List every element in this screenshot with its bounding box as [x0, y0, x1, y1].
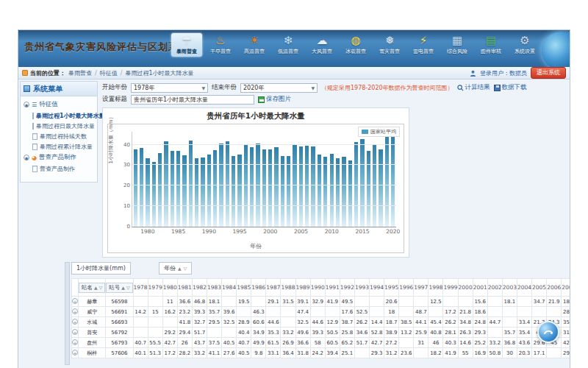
value-cell: 15	[148, 307, 162, 317]
census-product-group-icon: ◕	[32, 155, 37, 161]
sidebar-item-label: 暴雨过程累计降水量	[40, 143, 93, 151]
start-year-select[interactable]: 1978年 ▼	[131, 83, 208, 93]
toolbar-item-暴雨普查[interactable]: ☂暴雨普查	[171, 33, 202, 57]
toolbar-item-雷电普查[interactable]: ⚡雷电普查	[408, 33, 439, 57]
value-cell	[487, 328, 502, 338]
bar-1989	[201, 158, 204, 227]
bar-slot-2006	[304, 132, 310, 227]
table-header-expander	[72, 279, 79, 297]
value-cell: 41.1	[207, 348, 221, 358]
bar-1991	[213, 150, 217, 227]
y-tick-label: 20	[123, 183, 130, 188]
row-expander-icon[interactable]: +	[72, 339, 78, 345]
sidebar-item-暴雨过程日最大降水量[interactable]: 暴雨过程日最大降水量	[22, 121, 96, 131]
document-icon	[32, 144, 37, 150]
value-cell: 20.6	[384, 297, 399, 307]
tree-toggle-icon[interactable]: ◉	[24, 155, 29, 160]
sidebar-item-label: 暴雨过程日最大降水量	[36, 122, 95, 130]
value-cell	[207, 328, 221, 338]
bar-2018	[379, 149, 382, 227]
value-cell	[399, 338, 414, 348]
lightning-icon: ⚡	[420, 35, 428, 48]
row-expander-icon[interactable]: +	[72, 298, 78, 304]
sort-asc-icon: ▲	[121, 285, 125, 290]
calculate-result-link[interactable]: 计算结果	[457, 83, 490, 92]
value-cell	[414, 297, 429, 307]
row-expander-icon[interactable]: +	[72, 319, 78, 325]
value-cell: 40.1	[133, 348, 148, 358]
station-name-header-sort[interactable]: 站名▲▽	[79, 283, 105, 293]
document-icon	[32, 123, 34, 130]
year-column-header: 1996	[399, 279, 414, 297]
tree-toggle-icon[interactable]: ◉	[24, 102, 29, 107]
row-expander-icon[interactable]: +	[72, 350, 78, 355]
toolbar-item-冰雹普查[interactable]: ◍冰雹普查	[340, 33, 371, 57]
row-expander-icon[interactable]: +	[72, 329, 78, 335]
row-expander-cell: +	[72, 328, 79, 338]
year-column-header: 1999	[443, 279, 458, 297]
value-cell: 40.7	[133, 338, 148, 348]
year-sort-control[interactable]: 年份 ▲ ▽	[159, 262, 192, 275]
toolbar-item-低温普查[interactable]: ❄低温普查	[273, 33, 304, 57]
chart-legend[interactable]: 国家站平均	[358, 127, 400, 137]
value-cell: 46.3	[251, 307, 266, 317]
chart-plot-box: 国家站平均 0102030401980198519901995200020052…	[107, 124, 404, 253]
toolbar-item-雪灾普查[interactable]: ❅雪灾普查	[374, 33, 405, 57]
breadcrumb-item[interactable]: 暴雨普查	[68, 69, 92, 77]
toolbar-item-系统设置[interactable]: ⚙系统设置	[509, 33, 540, 57]
x-tick-label: 2005	[294, 228, 308, 235]
value-cell: 18.2	[562, 297, 570, 307]
end-year-select[interactable]: 2020年 ▼	[240, 83, 318, 93]
table-header: 站名▲▽站号▲▽19781979198019811982198319841985…	[72, 279, 571, 297]
station-id-header-sort[interactable]: 站号▲▽	[106, 283, 132, 293]
bar-slot-2019	[384, 132, 390, 227]
toolbar-item-干旱普查[interactable]: ♨干旱普查	[205, 33, 236, 57]
toolbar-item-图件审核[interactable]: ▤图件审核	[476, 33, 506, 57]
sidebar-item-暴雨过程1小时最大降水量[interactable]: 暴雨过程1小时最大降水量	[22, 110, 96, 121]
breadcrumb-item[interactable]: 特征值	[100, 69, 118, 77]
bar-1980	[146, 158, 149, 227]
value-cell: 35.7	[207, 307, 221, 317]
bar-slot-1993	[224, 132, 230, 227]
data-download-link[interactable]: 数据下载	[494, 83, 527, 92]
toolbar-item-大风普查[interactable]: ☁大风普查	[306, 33, 337, 57]
logout-button[interactable]: 退出系统	[531, 67, 566, 79]
toolbar-item-label: 低温普查	[278, 48, 298, 55]
sidebar-item-暴雨过程累计降水量[interactable]: 暴雨过程累计降水量	[22, 141, 96, 152]
value-cell: 24.2	[310, 348, 325, 358]
bar-2016	[367, 151, 370, 227]
toolbar-item-综合风险[interactable]: ▦综合风险	[442, 33, 473, 57]
year-column-header: 1978	[133, 279, 148, 297]
sidebar-group-普查产品制作[interactable]: ◉◕普查产品制作	[22, 152, 96, 163]
sidebar-group-特征值[interactable]: ◉☰特征值	[22, 99, 96, 110]
bar-2000	[268, 149, 272, 227]
bar-slot-1995	[237, 132, 243, 227]
header-banner: 贵州省气象灾害风险评估与区划系统 ☂暴雨普查♨干旱普查☀高温普查❄低温普查☁大风…	[18, 30, 570, 67]
bar-slot-2007	[310, 132, 316, 227]
value-cell: 24.8	[473, 317, 487, 328]
y-axis-label: 1小时降水量（mm）	[107, 114, 115, 163]
year-column-header: 1983	[207, 279, 221, 297]
panel-splitter[interactable]	[65, 262, 70, 365]
value-cell: 35.7	[502, 328, 517, 338]
value-cell: 34.6	[354, 328, 369, 338]
save-image-link[interactable]: 保存图片	[258, 95, 291, 104]
sidebar-item-暴雨过程持续天数[interactable]: 暴雨过程持续天数	[22, 131, 96, 141]
bar-slot-1978	[132, 132, 138, 227]
row-expander-icon[interactable]: +	[72, 308, 78, 314]
sidebar-item-普查产品制作[interactable]: 普查产品制作	[22, 163, 96, 174]
value-cell	[237, 307, 251, 317]
value-cell: 42.7	[370, 338, 384, 348]
toolbar-item-高温普查[interactable]: ☀高温普查	[239, 33, 270, 57]
value-cell: 18.6	[473, 307, 487, 317]
table-body: +赫章565981136.646.818.119.529.131.539.132…	[72, 297, 571, 358]
value-cell: 29.5	[207, 317, 221, 328]
breadcrumb-item[interactable]: 暴雨过程1小时最大降水量	[125, 69, 193, 77]
bar-2002	[281, 156, 284, 227]
value-cell: 40.3	[443, 338, 458, 348]
floating-assistant-button[interactable]	[537, 321, 559, 343]
sidebar-group-label: 普查产品制作	[39, 153, 76, 162]
table-row: +赫章565981136.646.818.119.529.131.539.132…	[72, 297, 571, 307]
unit-filter-box[interactable]: 1小时降水量(mm)	[71, 262, 131, 275]
chart-title-input[interactable]	[131, 95, 254, 105]
